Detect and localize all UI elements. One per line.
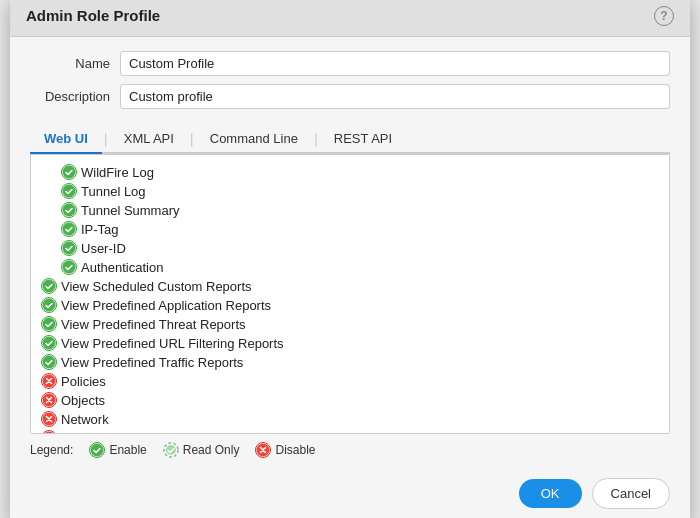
- legend-enable-label: Enable: [109, 443, 146, 457]
- tree-item-label: Policies: [61, 374, 106, 389]
- enable-icon: [41, 354, 57, 370]
- admin-role-profile-dialog: Admin Role Profile ? Name Description We…: [10, 0, 690, 518]
- dialog-body: Name Description Web UI | XML API | Comm…: [10, 37, 690, 468]
- tree-item: Tunnel Log: [41, 182, 659, 201]
- enable-icon: [61, 221, 77, 237]
- disable-icon: [41, 430, 57, 434]
- tree-item: User-ID: [41, 239, 659, 258]
- tree-item: Policies: [41, 372, 659, 391]
- enable-icon: [89, 442, 105, 458]
- legend-readonly: Read Only: [163, 442, 240, 458]
- tree-item-label: Tunnel Summary: [81, 203, 180, 218]
- tab-sep-1: |: [102, 130, 110, 147]
- enable-icon: [41, 278, 57, 294]
- tree-item: View Predefined URL Filtering Reports: [41, 334, 659, 353]
- help-icon[interactable]: ?: [654, 6, 674, 26]
- disable-icon: [255, 442, 271, 458]
- tree-item-label: WildFire Log: [81, 165, 154, 180]
- tab-sep-3: |: [312, 130, 320, 147]
- tree-item: View Scheduled Custom Reports: [41, 277, 659, 296]
- description-row: Description: [30, 84, 670, 109]
- content-area[interactable]: WildFire LogTunnel LogTunnel SummaryIP-T…: [30, 154, 670, 434]
- tree-item-label: Authentication: [81, 260, 163, 275]
- tree-item-label: IP-Tag: [81, 222, 119, 237]
- tree-item-label: Device: [61, 431, 101, 434]
- disable-icon: [41, 373, 57, 389]
- tree-item: Device: [41, 429, 659, 434]
- dialog-footer: OK Cancel: [10, 468, 690, 519]
- tab-xml-api[interactable]: XML API: [110, 125, 188, 154]
- legend-disable-label: Disable: [275, 443, 315, 457]
- tree-item: View Predefined Application Reports: [41, 296, 659, 315]
- tree-item-label: View Predefined Traffic Reports: [61, 355, 243, 370]
- cancel-button[interactable]: Cancel: [592, 478, 670, 509]
- tree-item-label: View Predefined Threat Reports: [61, 317, 246, 332]
- enable-icon: [61, 259, 77, 275]
- ok-button[interactable]: OK: [519, 479, 582, 508]
- tree-item: IP-Tag: [41, 220, 659, 239]
- tabs-row: Web UI | XML API | Command Line | REST A…: [30, 125, 670, 154]
- enable-icon: [61, 202, 77, 218]
- tree-item: Network: [41, 410, 659, 429]
- enable-icon: [61, 240, 77, 256]
- tab-rest-api[interactable]: REST API: [320, 125, 406, 154]
- dialog-title: Admin Role Profile: [26, 7, 160, 24]
- tree-item-label: Objects: [61, 393, 105, 408]
- name-input[interactable]: [120, 51, 670, 76]
- tree-item: View Predefined Traffic Reports: [41, 353, 659, 372]
- legend-label: Legend:: [30, 443, 73, 457]
- disable-icon: [41, 392, 57, 408]
- tab-sep-2: |: [188, 130, 196, 147]
- enable-icon: [41, 297, 57, 313]
- name-row: Name: [30, 51, 670, 76]
- enable-icon: [61, 183, 77, 199]
- dialog-header: Admin Role Profile ?: [10, 0, 690, 37]
- legend-enable: Enable: [89, 442, 146, 458]
- tree-item-label: Network: [61, 412, 109, 427]
- tab-web-ui[interactable]: Web UI: [30, 125, 102, 154]
- tree-item-label: Tunnel Log: [81, 184, 146, 199]
- tree-item: Objects: [41, 391, 659, 410]
- description-label: Description: [30, 89, 120, 104]
- tree-item-label: View Predefined URL Filtering Reports: [61, 336, 284, 351]
- tree-item-label: View Scheduled Custom Reports: [61, 279, 252, 294]
- tree-item: Tunnel Summary: [41, 201, 659, 220]
- enable-icon: [41, 335, 57, 351]
- name-label: Name: [30, 56, 120, 71]
- legend: Legend: Enable Read Only Disable: [30, 442, 670, 458]
- legend-readonly-label: Read Only: [183, 443, 240, 457]
- readonly-icon: [163, 442, 179, 458]
- enable-icon: [61, 164, 77, 180]
- legend-disable: Disable: [255, 442, 315, 458]
- tab-command-line[interactable]: Command Line: [196, 125, 312, 154]
- tree-item: WildFire Log: [41, 163, 659, 182]
- description-input[interactable]: [120, 84, 670, 109]
- enable-icon: [41, 316, 57, 332]
- tree-item: Authentication: [41, 258, 659, 277]
- disable-icon: [41, 411, 57, 427]
- tree-item: View Predefined Threat Reports: [41, 315, 659, 334]
- tree-item-label: User-ID: [81, 241, 126, 256]
- tree-item-label: View Predefined Application Reports: [61, 298, 271, 313]
